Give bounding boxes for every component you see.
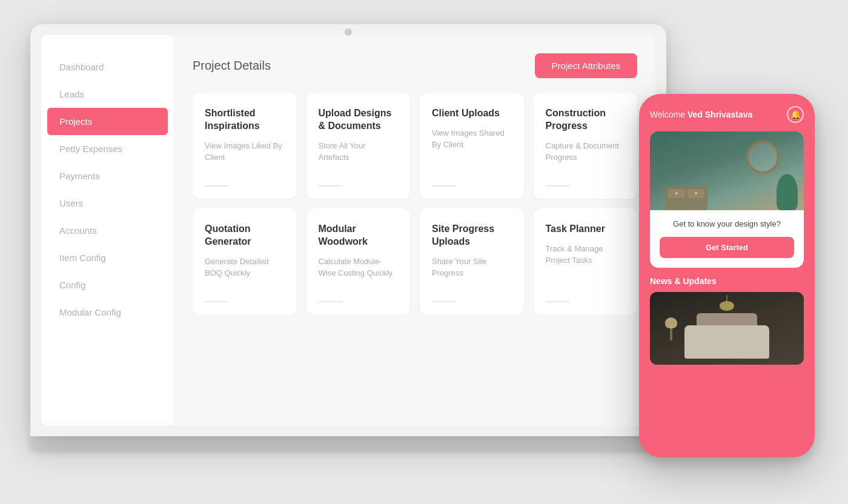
project-attributes-button[interactable]: Project Attributes <box>535 53 637 78</box>
card-shortlisted-inspirations[interactable]: Shortlisted Inspirations View Images Lik… <box>193 93 297 199</box>
card-task-planner[interactable]: Task Planner Track & Manage Project Task… <box>534 208 638 314</box>
card-title: Upload Designs & Documents <box>319 107 399 133</box>
card-divider <box>546 301 570 302</box>
bed-shape <box>684 325 769 359</box>
card-title: Quotation Generator <box>205 223 285 248</box>
sidebar: Dashboard Leads Projects Petty Expenses … <box>41 35 174 425</box>
card-title: Modular Woodwork <box>319 223 399 248</box>
news-image[interactable] <box>650 292 804 365</box>
cards-grid: Shortlisted Inspirations View Images Lik… <box>193 93 637 314</box>
phone: Welcome Ved Shrivastava 🔔 <box>639 94 815 457</box>
card-client-uploads[interactable]: Client Uploads View Images Shared By Cli… <box>420 93 524 199</box>
laptop-base <box>30 436 666 449</box>
card-title: Site Progress Uploads <box>432 223 512 248</box>
phone-welcome: Welcome Ved Shrivastava <box>650 110 752 119</box>
sidebar-item-users[interactable]: Users <box>41 190 174 217</box>
sidebar-item-accounts[interactable]: Accounts <box>41 217 174 244</box>
page-title: Project Details <box>193 59 271 73</box>
card-title: Construction Progress <box>546 107 626 133</box>
card-title: Shortlisted Inspirations <box>205 107 285 133</box>
scene: Dashboard Leads Projects Petty Expenses … <box>0 0 848 504</box>
card-divider <box>319 185 343 187</box>
room-plant <box>777 174 798 210</box>
laptop-screen: Dashboard Leads Projects Petty Expenses … <box>41 35 655 425</box>
phone-inner: Welcome Ved Shrivastava 🔔 <box>639 94 815 457</box>
get-started-button[interactable]: Get Started <box>660 237 794 258</box>
dresser-icon <box>662 180 711 210</box>
phone-design-card[interactable]: Get to know your design style? Get Start… <box>650 131 804 268</box>
svg-point-6 <box>720 301 734 311</box>
phone-username: Ved Shrivastava <box>687 110 752 119</box>
sidebar-item-modular-config[interactable]: Modular Config <box>41 299 174 326</box>
main-content: Project Details Project Attributes Short… <box>174 35 655 425</box>
card-upload-designs[interactable]: Upload Designs & Documents Store All You… <box>306 93 411 199</box>
room-mirror <box>746 141 780 174</box>
card-construction-progress[interactable]: Construction Progress Capture & Document… <box>534 93 638 199</box>
card-divider <box>205 301 229 302</box>
bell-icon[interactable]: 🔔 <box>787 106 804 123</box>
sidebar-item-dashboard[interactable]: Dashboard <box>41 53 174 81</box>
lamp-left-icon <box>665 319 677 340</box>
card-desc: Store All Your Artefacts <box>319 140 399 176</box>
card-divider <box>432 301 456 302</box>
card-quotation-generator[interactable]: Quotation Generator Generate Detailed BO… <box>193 208 297 314</box>
sidebar-item-payments[interactable]: Payments <box>41 162 174 190</box>
card-modular-woodwork[interactable]: Modular Woodwork Calculate Module-Wise C… <box>306 208 411 314</box>
phone-card-content: Get to know your design style? Get Start… <box>650 210 804 268</box>
card-divider <box>319 301 343 302</box>
phone-card-title: Get to know your design style? <box>660 219 794 230</box>
card-desc: Calculate Module-Wise Costing Quickly <box>319 256 399 291</box>
laptop: Dashboard Leads Projects Petty Expenses … <box>30 24 666 472</box>
card-desc: Capture & Document Progress <box>546 140 626 176</box>
card-desc: Generate Detailed BOQ Quickly <box>205 256 285 291</box>
card-site-progress-uploads[interactable]: Site Progress Uploads Share Your Site Pr… <box>420 208 524 314</box>
card-divider <box>205 185 229 187</box>
sidebar-item-item-config[interactable]: Item Config <box>41 244 174 271</box>
sidebar-item-config[interactable]: Config <box>41 271 174 299</box>
card-desc: View Images Liked By Client <box>205 140 285 176</box>
phone-hero-image <box>650 131 804 210</box>
sidebar-item-petty-expenses[interactable]: Petty Expenses <box>41 135 174 162</box>
card-divider <box>432 185 456 187</box>
card-desc: Share Your Site Progress <box>432 256 512 291</box>
card-title: Client Uploads <box>432 107 500 120</box>
pendant-light-icon <box>715 295 739 313</box>
main-header: Project Details Project Attributes <box>193 53 637 78</box>
svg-point-4 <box>695 192 697 194</box>
laptop-notch <box>345 28 352 36</box>
laptop-body: Dashboard Leads Projects Petty Expenses … <box>30 24 666 436</box>
card-desc: View Images Shared By Client <box>432 127 512 176</box>
sidebar-item-projects[interactable]: Projects <box>47 108 168 135</box>
card-desc: Track & Manage Project Tasks <box>546 243 626 291</box>
card-divider <box>546 185 570 187</box>
card-title: Task Planner <box>546 223 605 236</box>
phone-header: Welcome Ved Shrivastava 🔔 <box>650 106 804 123</box>
svg-point-3 <box>675 192 678 194</box>
news-section-title: News & Updates <box>650 276 804 286</box>
sidebar-item-leads[interactable]: Leads <box>41 81 174 108</box>
